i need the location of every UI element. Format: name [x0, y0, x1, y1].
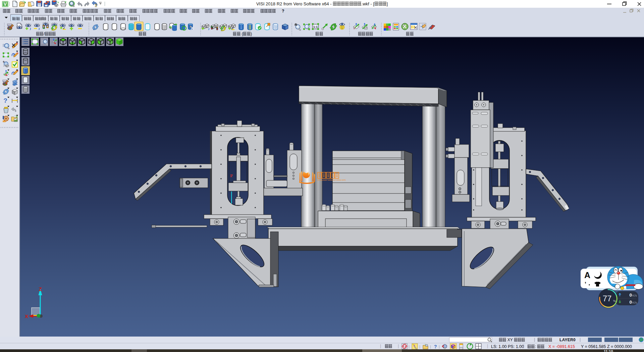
- svg-text:|: |: [409, 345, 410, 349]
- svg-text:K/s: K/s: [632, 301, 637, 304]
- svg-text:0: 0: [629, 300, 632, 305]
- svg-text:INTELLIGENT MANUFACTURING DATA: INTELLIGENT MANUFACTURING DATA: [318, 179, 346, 181]
- svg-text:0: 0: [629, 293, 632, 298]
- svg-text:,: ,: [585, 278, 586, 284]
- svg-text:77: 77: [603, 294, 612, 303]
- svg-text:|: |: [430, 345, 431, 349]
- svg-text:K/s: K/s: [632, 294, 637, 297]
- svg-text:|: |: [439, 345, 440, 349]
- svg-text:?: ?: [3, 97, 7, 104]
- svg-text:X: X: [25, 313, 28, 319]
- svg-text:|: |: [419, 345, 420, 349]
- svg-text:Z: Z: [39, 286, 42, 292]
- svg-text:%: %: [613, 299, 616, 303]
- svg-text:1:1: 1:1: [313, 25, 318, 29]
- svg-text:?: ?: [434, 344, 437, 349]
